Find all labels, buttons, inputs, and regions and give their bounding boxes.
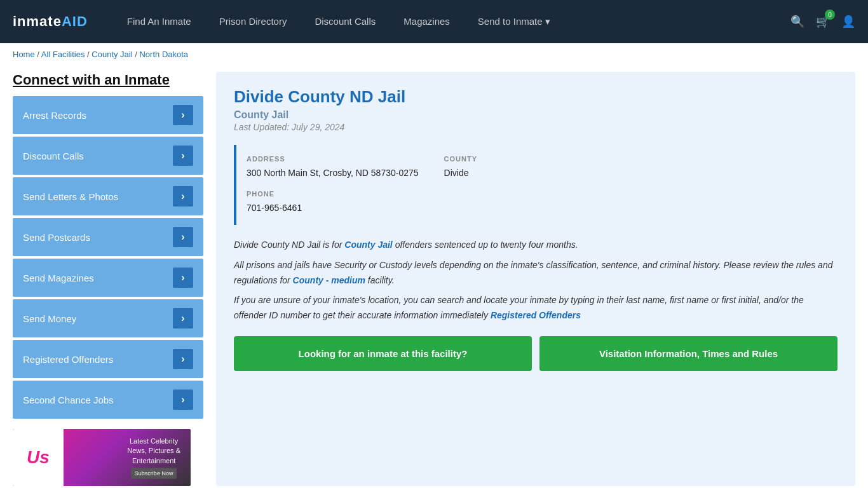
search-icon[interactable]: 🔍 (790, 15, 804, 29)
breadcrumb-home[interactable]: Home (13, 50, 35, 59)
action-buttons: Looking for an inmate at this facility? … (234, 336, 837, 372)
sidebar: Connect with an Inmate Arrest Records › … (13, 72, 203, 486)
nav-send-to-inmate[interactable]: Send to Inmate ▾ (464, 0, 564, 43)
main-container: Connect with an Inmate Arrest Records › … (0, 65, 868, 488)
description-2: All prisons and jails have Security or C… (234, 258, 837, 288)
sidebar-item-send-magazines[interactable]: Send Magazines › (13, 259, 203, 297)
nav-magazines[interactable]: Magazines (390, 0, 464, 43)
county-label: COUNTY (444, 155, 477, 163)
sidebar-ad[interactable]: Us Latest Celebrity News, Pictures & Ent… (13, 429, 191, 486)
facility-title: Divide County ND Jail (234, 87, 837, 107)
visitation-button[interactable]: Visitation Information, Times and Rules (539, 336, 837, 372)
arrow-icon: › (173, 308, 193, 329)
cart-icon[interactable]: 🛒 0 (816, 15, 830, 29)
sidebar-item-second-chance-jobs[interactable]: Second Chance Jobs › (13, 381, 203, 419)
arrow-icon: › (173, 227, 193, 247)
address-block: ADDRESS 300 North Main St, Crosby, ND 58… (247, 155, 419, 215)
sidebar-item-send-money[interactable]: Send Money › (13, 299, 203, 337)
sidebar-item-discount-calls[interactable]: Discount Calls › (13, 137, 203, 175)
arrow-icon: › (173, 390, 193, 410)
breadcrumb-north-dakota[interactable]: North Dakota (139, 50, 188, 59)
cart-badge: 0 (825, 10, 835, 20)
nav-discount-calls[interactable]: Discount Calls (301, 0, 390, 43)
sidebar-item-arrest-records[interactable]: Arrest Records › (13, 96, 203, 134)
user-icon[interactable]: 👤 (841, 15, 855, 29)
sidebar-title: Connect with an Inmate (13, 72, 203, 88)
arrow-icon: › (173, 349, 193, 369)
phone-value: 701-965-6461 (247, 201, 419, 215)
facility-content: Divide County ND Jail County Jail Last U… (216, 72, 855, 486)
sidebar-item-send-letters[interactable]: Send Letters & Photos › (13, 177, 203, 215)
address-value: 300 North Main St, Crosby, ND 58730-0275 (247, 166, 419, 180)
description-3: If you are unsure of your inmate's locat… (234, 293, 837, 323)
facility-updated: Last Updated: July 29, 2024 (234, 122, 837, 132)
nav-find-inmate[interactable]: Find An Inmate (113, 0, 205, 43)
breadcrumb-county-jail[interactable]: County Jail (92, 50, 132, 59)
arrow-icon: › (173, 186, 193, 207)
nav-links: Find An Inmate Prison Directory Discount… (113, 0, 790, 43)
breadcrumb-all-facilities[interactable]: All Facilities (41, 50, 85, 59)
description-1: Divide County ND Jail is for County Jail… (234, 238, 837, 253)
navigation: inmateAID Find An Inmate Prison Director… (0, 0, 868, 43)
facility-type: County Jail (234, 109, 837, 121)
sidebar-item-send-postcards[interactable]: Send Postcards › (13, 218, 203, 256)
county-block: COUNTY Divide (444, 155, 477, 215)
county-value: Divide (444, 166, 477, 180)
find-inmate-button[interactable]: Looking for an inmate at this facility? (234, 336, 532, 372)
arrow-icon: › (173, 146, 193, 166)
ad-logo: Us (13, 429, 64, 486)
ad-text: Latest Celebrity News, Pictures & Entert… (122, 431, 186, 484)
breadcrumb: Home / All Facilities / County Jail / No… (0, 43, 868, 65)
nav-prison-directory[interactable]: Prison Directory (205, 0, 301, 43)
facility-info-grid: ADDRESS 300 North Main St, Crosby, ND 58… (234, 145, 837, 225)
sidebar-item-registered-offenders[interactable]: Registered Offenders › (13, 340, 203, 378)
sidebar-menu: Arrest Records › Discount Calls › Send L… (13, 96, 203, 419)
county-medium-link[interactable]: County - medium (293, 275, 365, 285)
phone-label: PHONE (247, 190, 419, 198)
nav-right-icons: 🔍 🛒 0 👤 (790, 15, 855, 29)
logo[interactable]: inmateAID (13, 13, 88, 30)
registered-offenders-link[interactable]: Registered Offenders (491, 310, 581, 320)
county-jail-link[interactable]: County Jail (344, 240, 392, 250)
address-label: ADDRESS (247, 155, 419, 163)
arrow-icon: › (173, 268, 193, 288)
arrow-icon: › (173, 105, 193, 125)
